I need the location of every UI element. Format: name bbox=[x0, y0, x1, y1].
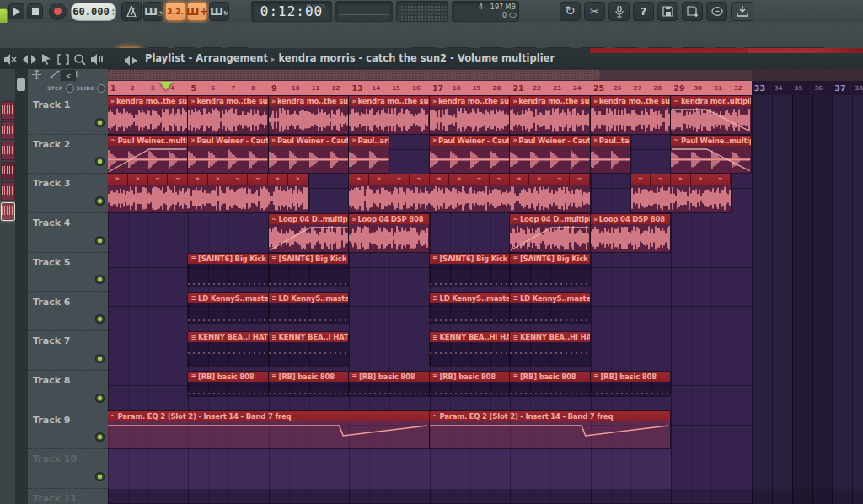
track-options-dots[interactable]: · · · bbox=[32, 244, 47, 251]
clip-header[interactable]: ~Paul Weine..multiplier bbox=[671, 136, 750, 146]
clip[interactable]: ≡KENNY BEA..I HAT 16 bbox=[188, 332, 267, 367]
track-header-row[interactable]: Track 9· · · bbox=[28, 410, 108, 450]
clip[interactable]: »Loop 04 DSP 808 bbox=[349, 214, 428, 252]
clip-header[interactable]: »kendra mo..the sun2 bbox=[510, 96, 589, 106]
picker-clip-thumb[interactable] bbox=[1, 142, 15, 160]
clip[interactable]: ~Paul Weine..multiplier bbox=[671, 136, 750, 174]
mini-clip-header-strip[interactable]: ~~»»~ bbox=[631, 174, 731, 185]
track-header-row[interactable]: Track 3· · · bbox=[28, 174, 108, 213]
clip[interactable]: »Paul Weiner - Cautari bbox=[269, 136, 348, 174]
track-enable-led[interactable] bbox=[95, 196, 105, 206]
clip[interactable]: ~Param. EQ 2 (Slot 2) - Insert 14 - Band… bbox=[108, 411, 429, 449]
clip-header[interactable]: ~kendra mor..ultiplier bbox=[671, 96, 750, 106]
bpm-display[interactable]: 60.000▲▼ bbox=[71, 3, 116, 21]
clip[interactable]: ≡[SAINT6] Big Kick bbox=[188, 254, 267, 287]
speaker-pause-icon[interactable] bbox=[91, 52, 105, 68]
track-header-row[interactable]: Track 7· · · bbox=[28, 331, 108, 371]
clip-header[interactable]: ≡KENNY BEA..I HAT 16 bbox=[188, 332, 267, 342]
clip[interactable]: ≡[RB] basic 808 bbox=[510, 372, 589, 396]
clip-header[interactable]: »kendra mo..the sun2 bbox=[108, 96, 187, 106]
track-enable-led[interactable] bbox=[95, 275, 105, 284]
clip-header[interactable]: »Paul..ari bbox=[349, 136, 389, 146]
sync-button[interactable]: ↻ bbox=[560, 2, 581, 21]
track-options-dots[interactable]: · · · bbox=[32, 126, 47, 133]
clip[interactable]: »»~~»»~~»» bbox=[108, 174, 308, 212]
speaker-play-icon[interactable] bbox=[125, 53, 138, 69]
clip[interactable]: ≡[RB] basic 808 bbox=[430, 372, 509, 396]
vertical-scrollbar[interactable] bbox=[15, 69, 29, 504]
clip[interactable]: ≡[RB] basic 808 bbox=[591, 372, 670, 396]
track-options-dots[interactable]: · · · bbox=[32, 480, 47, 487]
clip[interactable]: ~~»»~ bbox=[631, 174, 731, 212]
save-button[interactable] bbox=[657, 2, 678, 21]
metronome-button[interactable] bbox=[121, 2, 142, 21]
clip-header[interactable]: »kendra mo..the sun2 bbox=[188, 96, 267, 106]
clip[interactable]: »Paul..tari bbox=[591, 136, 630, 174]
clip-header[interactable]: ≡[SAINT6] Big Kick bbox=[510, 254, 589, 264]
clip-header[interactable]: ≡KENNY BEA..I HAT 16 bbox=[269, 332, 348, 342]
clip[interactable]: ≡[RB] basic 808 bbox=[349, 372, 428, 396]
picker-clip-thumb[interactable] bbox=[1, 121, 15, 140]
horizontal-scrollbar[interactable] bbox=[108, 69, 863, 81]
track-enable-led[interactable] bbox=[95, 394, 105, 403]
clip[interactable]: »Paul Weiner - Cautari bbox=[188, 136, 267, 174]
clip[interactable]: »Paul..ari bbox=[349, 136, 389, 174]
track-header-row[interactable]: Track 4· · · bbox=[28, 213, 108, 253]
clip-header[interactable]: »Loop 04 DSP 808 bbox=[591, 214, 670, 224]
record-button[interactable] bbox=[49, 3, 67, 20]
step-toggle[interactable] bbox=[66, 84, 74, 93]
clip[interactable]: ≡LD KennyS..mastered) bbox=[510, 293, 589, 323]
clip-header[interactable]: ≡[RB] basic 808 bbox=[430, 372, 509, 382]
picker-clip-thumb[interactable] bbox=[1, 101, 15, 120]
keyboard-preview-panel[interactable] bbox=[396, 1, 448, 22]
track-header-row[interactable]: Track 11· · · bbox=[28, 489, 108, 504]
clip-header[interactable]: ~Paul Weiner..multiplier bbox=[108, 136, 187, 146]
clip-header[interactable]: »kendra mo..the sun3 bbox=[591, 96, 670, 106]
clip-header[interactable]: ≡[RB] basic 808 bbox=[591, 372, 670, 382]
clip[interactable]: »kendra mo..the sun2 bbox=[108, 96, 187, 134]
clip[interactable]: »»~~»»~~»»~~ bbox=[349, 174, 589, 212]
clip[interactable]: »kendra mo..the sun3 bbox=[591, 96, 670, 134]
countdown-button[interactable]: 3.2. bbox=[165, 2, 185, 21]
detach-brackets-icon[interactable] bbox=[57, 52, 69, 68]
export-button[interactable] bbox=[731, 2, 753, 21]
vertical-scrollbar-thumb[interactable] bbox=[17, 78, 25, 91]
clip-header[interactable]: »Paul Weiner - Cautari bbox=[430, 136, 509, 146]
clip-header[interactable]: ~Loop 04 D..multiplier bbox=[269, 214, 348, 224]
clip-header[interactable]: »Paul Weiner - Cautari bbox=[188, 136, 267, 146]
clip-header[interactable]: ≡KENNY BEA..HI HAT 16 bbox=[430, 332, 509, 342]
track-header-row[interactable]: Track 1· · · bbox=[28, 95, 108, 135]
track-options-dots[interactable]: · · · bbox=[32, 322, 47, 330]
track-enable-led[interactable] bbox=[95, 472, 105, 481]
track-enable-led[interactable] bbox=[95, 236, 105, 245]
clip-header[interactable]: »Paul..tari bbox=[591, 136, 630, 146]
track-enable-led[interactable] bbox=[95, 157, 105, 166]
clip[interactable]: ≡LD KennyS..mastered) bbox=[188, 293, 267, 323]
clip[interactable]: »kendra mo..the sun2 bbox=[510, 96, 589, 134]
clip[interactable]: »Loop 04 DSP 808 bbox=[591, 214, 670, 252]
picker-clip-thumb[interactable] bbox=[1, 162, 15, 180]
picker-clip-thumb[interactable] bbox=[1, 182, 15, 201]
picker-clip-thumb-selected[interactable] bbox=[1, 202, 15, 221]
mini-clip-header-strip[interactable]: »»~~»»~~»»~~ bbox=[349, 174, 589, 185]
track-header-row[interactable]: Track 6· · · bbox=[28, 292, 108, 332]
cut-button[interactable]: ✂ bbox=[584, 2, 605, 21]
clip-header[interactable]: ≡[SAINT6] Big Kick bbox=[269, 254, 348, 264]
playlist-grid[interactable]: »kendra mo..the sun2»kendra mo..the sun2… bbox=[108, 95, 863, 504]
clip-header[interactable]: ~Loop 04 D..multiplier bbox=[510, 214, 589, 224]
track-options-dots[interactable]: · · · bbox=[32, 401, 47, 409]
clip-header[interactable]: ≡[RB] basic 808 bbox=[269, 372, 348, 382]
record-audio-button[interactable] bbox=[608, 2, 630, 21]
clip-header[interactable]: ≡LD KennyS..mastered) bbox=[430, 293, 509, 303]
track-options-dots[interactable]: · · · bbox=[32, 164, 47, 172]
time-display[interactable]: M:S:CS 0:12:00 bbox=[251, 1, 332, 22]
track-options-dots[interactable]: · · · bbox=[32, 362, 47, 369]
track-header-row[interactable]: Track 2· · · bbox=[28, 135, 108, 174]
play-button[interactable] bbox=[8, 3, 24, 19]
clip[interactable]: ≡[RB] basic 808 bbox=[188, 372, 267, 396]
clip[interactable]: ≡KENNY BEA..I HAT 16 bbox=[269, 332, 348, 367]
clip[interactable]: ≡[SAINT6] Big Kick bbox=[430, 254, 509, 287]
help-button[interactable]: ? bbox=[633, 2, 654, 21]
clip[interactable]: ≡LD KennyS..mastered) bbox=[269, 293, 348, 323]
track-header-row[interactable]: Track 5· · · bbox=[28, 253, 108, 292]
